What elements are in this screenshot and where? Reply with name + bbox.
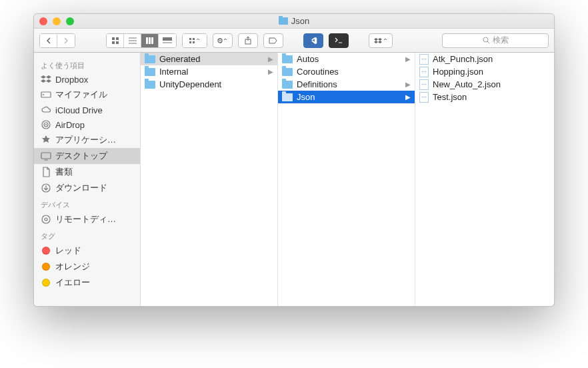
row-label: New_Auto_2.json: [433, 79, 501, 89]
folder-icon: [279, 17, 288, 25]
folder-row[interactable]: Definitions▶: [278, 78, 415, 91]
apps-icon: [41, 135, 51, 145]
chevron-right-icon: ▶: [405, 81, 411, 88]
drive-icon: [41, 89, 51, 100]
svg-rect-3: [116, 41, 119, 44]
search-placeholder: 検索: [493, 35, 509, 46]
sidebar-item[interactable]: AirDrop: [34, 117, 140, 132]
list-view[interactable]: [124, 34, 141, 47]
folder-icon: [282, 55, 293, 63]
airdrop-icon: [41, 119, 51, 130]
svg-rect-7: [146, 37, 148, 44]
sidebar-item-label: イエロー: [55, 277, 90, 289]
folder-row[interactable]: Generated▶: [141, 53, 277, 65]
nav-buttons: [39, 33, 75, 48]
arrange-button[interactable]: [183, 34, 207, 47]
sidebar-item[interactable]: デスクトップ: [34, 148, 140, 164]
action-button[interactable]: [213, 33, 233, 48]
file-icon: [419, 79, 429, 90]
row-label: Autos: [297, 54, 319, 64]
tag-dot: [41, 261, 51, 272]
column[interactable]: Generated▶Internal▶UnityDependent: [141, 53, 278, 306]
sidebar-item[interactable]: 書類: [34, 164, 140, 180]
sidebar-item[interactable]: ダウンロード: [34, 180, 140, 196]
row-label: Json: [297, 92, 315, 102]
chevron-right-icon: ▶: [405, 55, 411, 63]
file-row[interactable]: Atk_Punch.json: [415, 53, 553, 65]
sidebar-item[interactable]: マイファイル: [34, 87, 140, 103]
sidebar-item-label: レッド: [55, 245, 81, 257]
sidebar-item-label: マイファイル: [55, 89, 107, 101]
sidebar-item[interactable]: アプリケーシ…: [34, 132, 140, 148]
back-button[interactable]: [40, 34, 57, 47]
icon-view[interactable]: [107, 34, 124, 47]
minimize-button[interactable]: [53, 17, 61, 25]
sidebar-item[interactable]: イエロー: [34, 275, 140, 291]
cloud-icon: [41, 105, 51, 115]
desktop-icon: [41, 151, 51, 161]
svg-rect-9: [151, 37, 153, 44]
column[interactable]: Atk_Punch.jsonHopping.jsonNew_Auto_2.jso…: [415, 53, 553, 306]
disc-icon: [41, 214, 51, 225]
svg-rect-1: [116, 37, 119, 40]
file-row[interactable]: Test.json: [415, 91, 553, 103]
folder-icon: [282, 68, 293, 76]
row-label: Generated: [159, 54, 200, 64]
folder-row[interactable]: Json▶: [278, 91, 415, 103]
svg-point-19: [483, 37, 488, 42]
sidebar-item[interactable]: リモートディ…: [34, 211, 140, 227]
window-title: Json: [279, 16, 309, 26]
dropbox-toolbar[interactable]: [369, 33, 393, 48]
coverflow-view[interactable]: [159, 34, 176, 47]
sidebar-item-label: アプリケーシ…: [55, 134, 116, 146]
svg-point-22: [43, 94, 44, 95]
file-icon: [419, 67, 429, 77]
file-row[interactable]: Hopping.json: [415, 65, 553, 78]
finder-window: Json 検索 よく使う項目Dropboxマイファ: [33, 13, 555, 307]
folder-row[interactable]: UnityDependent: [141, 78, 277, 91]
sidebar-header: デバイス: [34, 196, 140, 211]
sidebar-item-label: デスクトップ: [55, 150, 107, 162]
tags-button[interactable]: [263, 33, 283, 48]
sidebar-item-label: 書類: [55, 166, 73, 178]
sidebar-item[interactable]: Dropbox: [34, 72, 140, 87]
svg-rect-0: [112, 37, 115, 40]
dropbox-icon: [41, 74, 51, 85]
folder-row[interactable]: Coroutines: [278, 65, 415, 78]
svg-rect-14: [193, 38, 195, 40]
folder-row[interactable]: Autos▶: [278, 53, 415, 65]
share-button[interactable]: [238, 33, 258, 48]
sidebar-item[interactable]: iCloud Drive: [34, 103, 140, 117]
row-label: UnityDependent: [159, 79, 221, 89]
svg-line-20: [487, 41, 489, 43]
terminal-icon[interactable]: [329, 33, 349, 48]
file-row[interactable]: New_Auto_2.json: [415, 78, 553, 91]
folder-row[interactable]: Internal▶: [141, 65, 277, 78]
svg-rect-26: [41, 153, 51, 159]
search-field[interactable]: 検索: [442, 33, 549, 48]
close-button[interactable]: [39, 17, 47, 25]
chevron-right-icon: ▶: [268, 55, 273, 63]
columns-area: Generated▶Internal▶UnityDependentAutos▶C…: [141, 53, 554, 306]
folder-icon: [282, 93, 293, 101]
svg-point-17: [219, 40, 221, 41]
sidebar-item-label: AirDrop: [55, 120, 85, 130]
svg-rect-13: [189, 41, 191, 43]
tag-dot: [41, 245, 51, 256]
titlebar[interactable]: Json: [34, 14, 554, 29]
svg-rect-8: [149, 37, 151, 44]
maximize-button[interactable]: [66, 17, 74, 25]
vscode-icon[interactable]: [303, 33, 323, 48]
title-text: Json: [291, 16, 309, 26]
forward-button[interactable]: [57, 34, 75, 47]
body: よく使う項目DropboxマイファイルiCloud DriveAirDropアプ…: [34, 53, 554, 306]
folder-icon: [145, 81, 155, 89]
downloads-icon: [41, 183, 51, 193]
column[interactable]: Autos▶CoroutinesDefinitions▶Json▶: [278, 53, 415, 306]
sidebar-item-label: Dropbox: [55, 75, 88, 85]
sidebar-item[interactable]: オレンジ: [34, 259, 140, 275]
sidebar-item-label: オレンジ: [55, 261, 90, 273]
column-view[interactable]: [141, 34, 159, 47]
sidebar-item[interactable]: レッド: [34, 243, 140, 259]
chevron-right-icon: ▶: [268, 68, 273, 75]
